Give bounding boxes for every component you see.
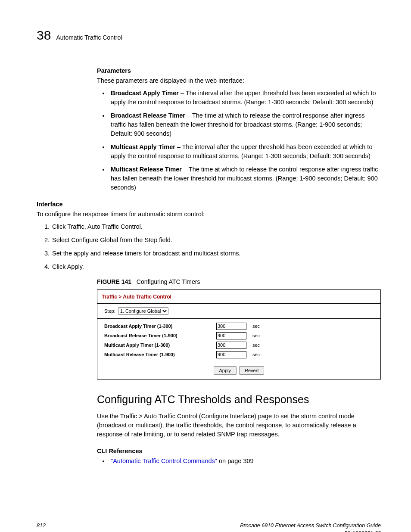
timer-row: Multicast Release Timer (1-900) sec <box>104 350 374 359</box>
apply-button[interactable]: Apply <box>214 366 237 375</box>
timer-row: Broadcast Apply Timer (1-300) sec <box>104 321 374 331</box>
step-item: Set the apply and release timers for bro… <box>51 249 381 258</box>
timer-unit: sec <box>252 333 260 339</box>
chapter-number: 38 <box>37 26 51 45</box>
parameters-heading: Parameters <box>97 66 381 75</box>
timer-row: Multicast Apply Timer (1-300) sec <box>104 340 374 350</box>
figure-label: FIGURE 141 <box>97 278 131 285</box>
timer-row: Broadcast Release Timer (1-900) sec <box>104 331 374 340</box>
revert-button[interactable]: Revert <box>239 366 264 375</box>
timer-label: Broadcast Apply Timer (1-300) <box>104 323 216 330</box>
param-term: Broadcast Release Timer <box>111 112 185 119</box>
cli-reference-item: "Automatic Traffic Control Commands" on … <box>109 457 381 466</box>
timer-unit: sec <box>252 323 260 330</box>
broadcast-apply-timer-input[interactable] <box>216 323 246 330</box>
parameter-item: Multicast Release Timer – The time at wh… <box>109 165 381 192</box>
parameter-item: Broadcast Release Timer – The time at wh… <box>109 111 381 138</box>
interface-intro: To configure the response timers for aut… <box>37 210 381 219</box>
multicast-apply-timer-input[interactable] <box>216 342 246 349</box>
step-item: Click Traffic, Auto Traffic Control. <box>51 222 381 231</box>
cli-link-tail: on page 309 <box>217 457 254 464</box>
param-term: Multicast Release Timer <box>111 166 182 173</box>
step-item: Select Configure Global from the Step fi… <box>51 236 381 245</box>
cli-link[interactable]: "Automatic Traffic Control Commands" <box>111 457 217 464</box>
parameters-list: Broadcast Apply Timer – The interval aft… <box>97 89 381 192</box>
parameter-item: Multicast Apply Timer – The interval aft… <box>109 143 381 161</box>
section-heading: Configuring ATC Thresholds and Responses <box>97 392 381 407</box>
timer-unit: sec <box>252 352 260 358</box>
figure-title: Configuring ATC Timers <box>137 278 200 285</box>
cli-references-heading: CLI References <box>97 447 381 456</box>
page-number: 812 <box>37 522 46 532</box>
step-label: Step: <box>104 308 115 315</box>
timer-label: Broadcast Release Timer (1-900) <box>104 333 216 339</box>
parameters-intro: These parameters are displayed in the we… <box>97 76 381 85</box>
broadcast-release-timer-input[interactable] <box>216 332 246 339</box>
chapter-title: Automatic Traffic Control <box>56 33 122 42</box>
interface-steps: Click Traffic, Auto Traffic Control. Sel… <box>37 222 381 271</box>
config-panel: Traffic > Auto Traffic Control Step: 1. … <box>97 289 381 380</box>
parameter-item: Broadcast Apply Timer – The interval aft… <box>109 89 381 107</box>
timer-label: Multicast Release Timer (1-900) <box>104 352 216 358</box>
figure-caption: FIGURE 141 Configuring ATC Timers <box>97 277 381 286</box>
multicast-release-timer-input[interactable] <box>216 351 246 358</box>
panel-title: Traffic > Auto Traffic Control <box>97 290 380 303</box>
page-footer: 812 Brocade 6910 Ethernet Access Switch … <box>37 522 381 532</box>
step-item: Click Apply. <box>51 262 381 271</box>
step-row: Step: 1. Configure Global <box>97 304 380 318</box>
section-body: Use the Traffic > Auto Traffic Control (… <box>97 412 381 439</box>
param-term: Multicast Apply Timer <box>111 143 175 150</box>
interface-heading: Interface <box>37 200 381 209</box>
param-term: Broadcast Apply Timer <box>111 90 179 96</box>
doc-title: Brocade 6910 Ethernet Access Switch Conf… <box>240 522 381 529</box>
timer-label: Multicast Apply Timer (1-300) <box>104 342 216 349</box>
doc-id: 53-1002651-02 <box>240 529 381 532</box>
step-select[interactable]: 1. Configure Global <box>118 307 168 315</box>
page-header: 38 Automatic Traffic Control <box>37 26 381 45</box>
timer-unit: sec <box>252 342 260 349</box>
